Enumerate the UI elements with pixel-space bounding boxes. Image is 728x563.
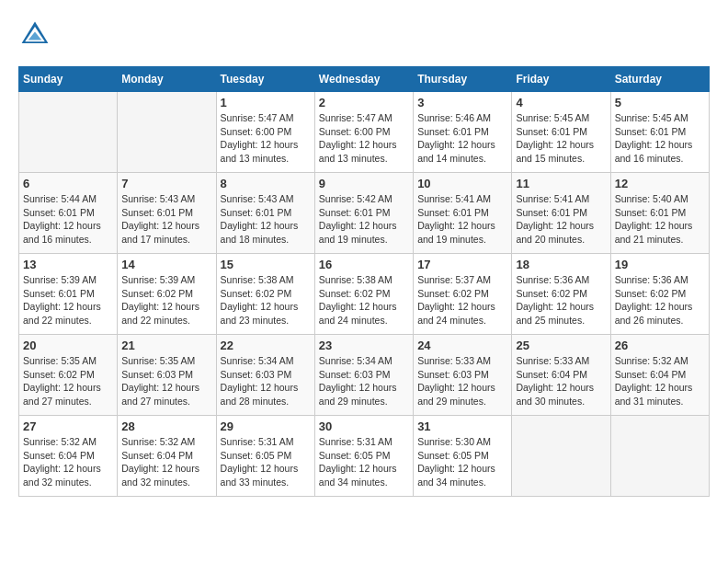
day-number: 3 [417,96,507,109]
calendar-cell: 10Sunrise: 5:41 AM Sunset: 6:01 PM Dayli… [414,173,512,254]
day-number: 13 [23,258,113,271]
day-number: 31 [417,419,507,433]
calendar-cell: 13Sunrise: 5:39 AM Sunset: 6:01 PM Dayli… [19,254,118,335]
day-number: 19 [615,258,705,271]
calendar-cell: 19Sunrise: 5:36 AM Sunset: 6:02 PM Dayli… [610,254,709,335]
calendar-cell: 25Sunrise: 5:33 AM Sunset: 6:04 PM Dayli… [512,335,610,416]
calendar-cell: 26Sunrise: 5:32 AM Sunset: 6:04 PM Dayli… [610,335,709,416]
calendar-cell: 28Sunrise: 5:32 AM Sunset: 6:04 PM Dayli… [118,416,216,497]
day-number: 16 [319,258,409,271]
calendar-cell: 21Sunrise: 5:35 AM Sunset: 6:03 PM Dayli… [118,335,216,416]
calendar-cell: 27Sunrise: 5:32 AM Sunset: 6:04 PM Dayli… [19,416,118,497]
day-number: 21 [121,339,211,352]
day-number: 11 [516,177,606,190]
day-info: Sunrise: 5:32 AM Sunset: 6:04 PM Dayligh… [121,435,211,489]
day-number: 6 [23,177,113,190]
calendar-week-2: 6Sunrise: 5:44 AM Sunset: 6:01 PM Daylig… [19,173,710,254]
calendar-cell [19,92,118,173]
day-info: Sunrise: 5:31 AM Sunset: 6:05 PM Dayligh… [319,435,409,489]
day-number: 5 [615,96,705,109]
day-info: Sunrise: 5:41 AM Sunset: 6:01 PM Dayligh… [417,192,507,247]
calendar-cell: 5Sunrise: 5:45 AM Sunset: 6:01 PM Daylig… [610,92,709,173]
day-number: 22 [221,339,311,352]
day-info: Sunrise: 5:34 AM Sunset: 6:03 PM Dayligh… [319,354,409,408]
calendar-cell: 17Sunrise: 5:37 AM Sunset: 6:02 PM Dayli… [414,254,512,335]
calendar-cell [610,416,709,497]
calendar-week-4: 20Sunrise: 5:35 AM Sunset: 6:02 PM Dayli… [19,335,710,416]
day-number: 26 [615,339,705,352]
day-number: 17 [417,258,507,271]
day-info: Sunrise: 5:42 AM Sunset: 6:01 PM Dayligh… [319,192,409,247]
day-info: Sunrise: 5:45 AM Sunset: 6:01 PM Dayligh… [516,111,606,166]
calendar-cell: 16Sunrise: 5:38 AM Sunset: 6:02 PM Dayli… [314,254,413,335]
day-info: Sunrise: 5:40 AM Sunset: 6:01 PM Dayligh… [615,192,705,247]
calendar-cell: 7Sunrise: 5:43 AM Sunset: 6:01 PM Daylig… [118,173,216,254]
day-number: 23 [319,339,409,352]
day-info: Sunrise: 5:36 AM Sunset: 6:02 PM Dayligh… [615,273,705,327]
day-info: Sunrise: 5:32 AM Sunset: 6:04 PM Dayligh… [615,354,705,408]
calendar-cell: 2Sunrise: 5:47 AM Sunset: 6:00 PM Daylig… [314,92,413,173]
day-number: 2 [319,96,409,109]
logo [18,18,55,52]
day-number: 29 [221,419,311,433]
day-number: 8 [221,177,311,190]
day-number: 4 [516,96,606,109]
day-number: 10 [417,177,507,190]
calendar-week-1: 1Sunrise: 5:47 AM Sunset: 6:00 PM Daylig… [19,92,710,173]
day-number: 28 [121,419,211,433]
calendar-cell: 23Sunrise: 5:34 AM Sunset: 6:03 PM Dayli… [314,335,413,416]
logo-icon [18,18,51,52]
weekday-header-monday: Monday [118,67,216,92]
calendar-cell: 11Sunrise: 5:41 AM Sunset: 6:01 PM Dayli… [512,173,610,254]
day-info: Sunrise: 5:35 AM Sunset: 6:02 PM Dayligh… [23,354,113,408]
day-number: 27 [23,419,113,433]
day-number: 24 [417,339,507,352]
calendar-cell: 15Sunrise: 5:38 AM Sunset: 6:02 PM Dayli… [216,254,314,335]
day-info: Sunrise: 5:43 AM Sunset: 6:01 PM Dayligh… [121,192,211,247]
page-header [18,18,710,52]
weekday-header-saturday: Saturday [610,67,709,92]
calendar-cell: 1Sunrise: 5:47 AM Sunset: 6:00 PM Daylig… [216,92,314,173]
weekday-header-wednesday: Wednesday [314,67,413,92]
calendar-cell: 6Sunrise: 5:44 AM Sunset: 6:01 PM Daylig… [19,173,118,254]
day-info: Sunrise: 5:47 AM Sunset: 6:00 PM Dayligh… [319,111,409,166]
calendar-cell: 20Sunrise: 5:35 AM Sunset: 6:02 PM Dayli… [19,335,118,416]
day-number: 9 [319,177,409,190]
weekday-header-friday: Friday [512,67,610,92]
calendar-cell [512,416,610,497]
calendar-cell: 30Sunrise: 5:31 AM Sunset: 6:05 PM Dayli… [314,416,413,497]
day-number: 14 [121,258,211,271]
day-number: 30 [319,419,409,433]
day-info: Sunrise: 5:46 AM Sunset: 6:01 PM Dayligh… [417,111,507,166]
calendar-cell: 24Sunrise: 5:33 AM Sunset: 6:03 PM Dayli… [414,335,512,416]
day-number: 7 [121,177,211,190]
calendar-cell: 22Sunrise: 5:34 AM Sunset: 6:03 PM Dayli… [216,335,314,416]
weekday-header-thursday: Thursday [414,67,512,92]
day-info: Sunrise: 5:37 AM Sunset: 6:02 PM Dayligh… [417,273,507,327]
day-info: Sunrise: 5:34 AM Sunset: 6:03 PM Dayligh… [221,354,311,408]
calendar-cell: 18Sunrise: 5:36 AM Sunset: 6:02 PM Dayli… [512,254,610,335]
day-info: Sunrise: 5:31 AM Sunset: 6:05 PM Dayligh… [221,435,311,489]
calendar-week-5: 27Sunrise: 5:32 AM Sunset: 6:04 PM Dayli… [19,416,710,497]
day-number: 1 [221,96,311,109]
day-number: 12 [615,177,705,190]
day-number: 20 [23,339,113,352]
day-number: 18 [516,258,606,271]
day-info: Sunrise: 5:32 AM Sunset: 6:04 PM Dayligh… [23,435,113,489]
calendar-cell: 4Sunrise: 5:45 AM Sunset: 6:01 PM Daylig… [512,92,610,173]
day-info: Sunrise: 5:35 AM Sunset: 6:03 PM Dayligh… [121,354,211,408]
calendar-cell: 12Sunrise: 5:40 AM Sunset: 6:01 PM Dayli… [610,173,709,254]
calendar-cell: 31Sunrise: 5:30 AM Sunset: 6:05 PM Dayli… [414,416,512,497]
day-info: Sunrise: 5:44 AM Sunset: 6:01 PM Dayligh… [23,192,113,247]
calendar-cell: 14Sunrise: 5:39 AM Sunset: 6:02 PM Dayli… [118,254,216,335]
weekday-header-sunday: Sunday [19,67,118,92]
calendar-cell: 9Sunrise: 5:42 AM Sunset: 6:01 PM Daylig… [314,173,413,254]
calendar-table: SundayMondayTuesdayWednesdayThursdayFrid… [18,66,710,497]
calendar-cell [118,92,216,173]
day-info: Sunrise: 5:38 AM Sunset: 6:02 PM Dayligh… [319,273,409,327]
day-info: Sunrise: 5:45 AM Sunset: 6:01 PM Dayligh… [615,111,705,166]
weekday-header-row: SundayMondayTuesdayWednesdayThursdayFrid… [19,67,710,92]
day-info: Sunrise: 5:43 AM Sunset: 6:01 PM Dayligh… [221,192,311,247]
calendar-week-3: 13Sunrise: 5:39 AM Sunset: 6:01 PM Dayli… [19,254,710,335]
weekday-header-tuesday: Tuesday [216,67,314,92]
